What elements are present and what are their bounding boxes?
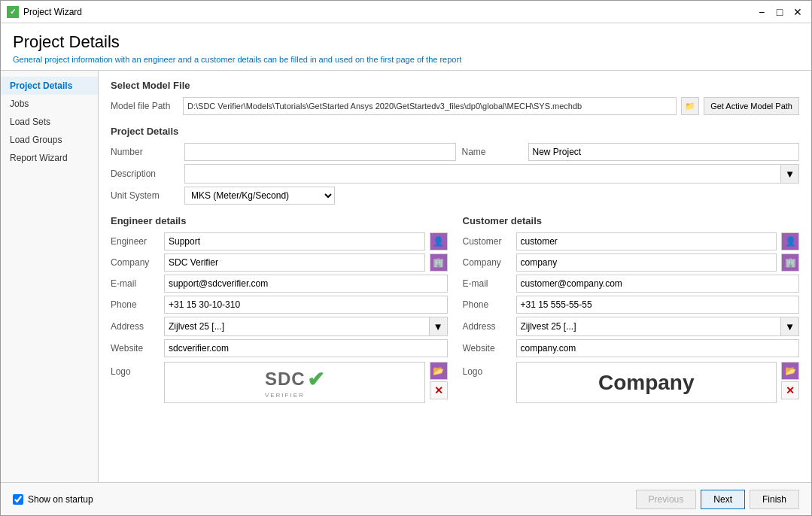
- close-button[interactable]: ✕: [790, 5, 805, 20]
- model-file-path-input[interactable]: [183, 97, 677, 115]
- customer-logo-buttons: 📂 ✕: [781, 362, 799, 399]
- maximize-button[interactable]: □: [772, 5, 787, 20]
- sidebar-item-report-wizard[interactable]: Report Wizard: [1, 149, 98, 167]
- customer-phone-input[interactable]: [516, 296, 800, 314]
- engineer-company-row: Company 🏢: [111, 253, 448, 272]
- customer-company-load-button[interactable]: 🏢: [781, 253, 799, 272]
- description-row: Description ▼: [111, 164, 799, 184]
- engineer-logo-delete-button[interactable]: ✕: [430, 381, 448, 399]
- customer-phone-row: Phone: [463, 296, 800, 314]
- window-title: Project Wizard: [23, 7, 82, 17]
- customer-address-wrap: ▼: [516, 317, 800, 336]
- content-area: Project Details Jobs Load Sets Load Grou…: [1, 71, 811, 482]
- engineer-logo-folder-button[interactable]: 📂: [430, 362, 448, 380]
- engineer-details-title: Engineer details: [111, 215, 448, 226]
- engineer-logo-buttons: 📂 ✕: [430, 362, 448, 399]
- engineer-label: Engineer: [111, 236, 160, 247]
- customer-website-label: Website: [463, 343, 512, 354]
- number-input[interactable]: [184, 143, 456, 161]
- main-content: Select Model File Model file Path 📁 Get …: [99, 71, 811, 482]
- engineer-load-button[interactable]: 👤: [430, 232, 448, 250]
- description-input-wrap: ▼: [184, 164, 799, 184]
- sdc-text: SDC: [265, 369, 306, 390]
- engineer-company-label: Company: [111, 257, 160, 268]
- sdc-checkmark: ✔: [307, 367, 324, 392]
- get-active-model-path-button[interactable]: Get Active Model Path: [704, 97, 799, 115]
- engineer-address-label: Address: [111, 321, 160, 332]
- engineer-website-label: Website: [111, 343, 160, 354]
- engineer-phone-row: Phone: [111, 296, 448, 314]
- chevron-down-icon: ▼: [433, 321, 442, 332]
- select-model-file-section: Select Model File Model file Path 📁 Get …: [111, 80, 799, 115]
- sidebar-item-load-sets[interactable]: Load Sets: [1, 113, 98, 131]
- folder-open-icon: 📂: [785, 366, 796, 376]
- engineer-address-row: Address ▼: [111, 317, 448, 336]
- engineer-logo-label: Logo: [111, 366, 160, 377]
- customer-label: Customer: [463, 236, 512, 247]
- customer-address-expand-button[interactable]: ▼: [780, 317, 798, 335]
- sidebar: Project Details Jobs Load Sets Load Grou…: [1, 71, 99, 482]
- engineer-email-row: E-mail: [111, 275, 448, 293]
- customer-load-button[interactable]: 👤: [781, 232, 799, 250]
- next-button[interactable]: Next: [701, 490, 745, 509]
- show-on-startup-checkbox[interactable]: [13, 494, 23, 505]
- finish-button[interactable]: Finish: [750, 490, 799, 509]
- main-window: ✓ Project Wizard − □ ✕ Project Details G…: [0, 0, 812, 516]
- engineer-company-input[interactable]: [164, 253, 425, 272]
- engineer-company-load-button[interactable]: 🏢: [430, 253, 448, 272]
- model-file-row: Model file Path 📁 Get Active Model Path: [111, 97, 799, 115]
- customer-logo-delete-button[interactable]: ✕: [781, 381, 799, 399]
- customer-field-row: Customer 👤: [463, 232, 800, 250]
- engineer-phone-input[interactable]: [164, 296, 448, 314]
- customer-company-label: Company: [463, 257, 512, 268]
- customer-website-row: Website: [463, 339, 800, 357]
- delete-icon: ✕: [786, 384, 795, 396]
- engineer-field-row: Engineer 👤: [111, 232, 448, 250]
- engineer-website-input[interactable]: [164, 339, 448, 357]
- engineer-email-input[interactable]: [164, 275, 448, 293]
- customer-logo-row: Logo Company 📂 ✕: [463, 362, 800, 403]
- name-input[interactable]: [528, 143, 800, 161]
- customer-email-row: E-mail: [463, 275, 800, 293]
- customer-input[interactable]: [516, 232, 777, 250]
- engineer-email-label: E-mail: [111, 278, 160, 289]
- unit-system-select[interactable]: MKS (Meter/Kg/Second) CGS (Centimeter/Gr…: [184, 187, 335, 205]
- previous-button[interactable]: Previous: [636, 490, 697, 509]
- engineer-address-input[interactable]: [165, 317, 429, 335]
- customer-phone-label: Phone: [463, 299, 512, 310]
- engineer-details-column: Engineer details Engineer 👤 Company �: [111, 215, 448, 403]
- sdc-logo: SDC ✔ VERIFIER: [265, 367, 324, 399]
- customer-email-input[interactable]: [516, 275, 800, 293]
- building-icon: 🏢: [785, 257, 796, 268]
- details-columns: Engineer details Engineer 👤 Company �: [111, 215, 799, 403]
- minimize-button[interactable]: −: [754, 5, 769, 20]
- title-bar: ✓ Project Wizard − □ ✕: [1, 1, 811, 23]
- project-details-title: Project Details: [111, 126, 799, 137]
- folder-open-icon: 📂: [433, 366, 444, 376]
- footer-left: Show on startup: [13, 494, 93, 505]
- engineer-logo-row: Logo SDC ✔ VERIFIER: [111, 362, 448, 403]
- sidebar-item-jobs[interactable]: Jobs: [1, 95, 98, 113]
- sidebar-item-load-groups[interactable]: Load Groups: [1, 131, 98, 149]
- browse-model-file-button[interactable]: 📁: [681, 97, 699, 115]
- customer-website-input[interactable]: [516, 339, 800, 357]
- engineer-input[interactable]: [164, 232, 425, 250]
- show-on-startup-label[interactable]: Show on startup: [28, 494, 93, 505]
- description-input[interactable]: [185, 165, 780, 183]
- page-header: Project Details General project informat…: [1, 23, 811, 71]
- engineer-address-expand-button[interactable]: ▼: [429, 317, 447, 335]
- description-expand-button[interactable]: ▼: [780, 165, 798, 183]
- customer-logo-folder-button[interactable]: 📂: [781, 362, 799, 380]
- number-name-row: Number Name: [111, 143, 799, 161]
- delete-icon: ✕: [434, 384, 443, 396]
- engineer-logo-box: SDC ✔ VERIFIER: [164, 362, 425, 403]
- engineer-phone-label: Phone: [111, 299, 160, 310]
- unit-system-label: Unit System: [111, 190, 178, 201]
- customer-company-input[interactable]: [516, 253, 777, 272]
- sidebar-item-project-details[interactable]: Project Details: [1, 77, 98, 95]
- engineer-address-wrap: ▼: [164, 317, 448, 336]
- customer-address-input[interactable]: [517, 317, 781, 335]
- chevron-down-icon: ▼: [785, 321, 795, 332]
- customer-company-row: Company 🏢: [463, 253, 800, 272]
- customer-logo-label: Logo: [463, 366, 512, 377]
